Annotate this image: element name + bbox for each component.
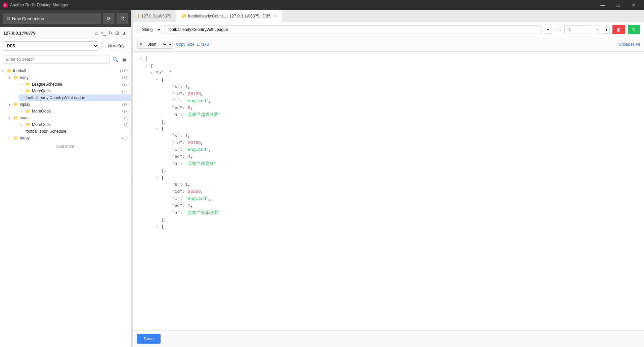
json-line-1: ▾ [ — [140, 56, 637, 63]
search-row: 🔍 ▣ — [0, 53, 131, 66]
json-line-10: }, — [140, 119, 637, 126]
tree-row-leagueschedule[interactable]: › 📁 LeagueSchedule (23) — [19, 81, 131, 88]
tree-item-moreodds-soon: › 📁 MoreOdds (2) — [7, 121, 131, 128]
json-line-21: "l": "england", — [140, 196, 637, 203]
titlebar: R Another Redis Desktop Manager — □ ✕ — [0, 0, 644, 10]
tree-label-early: early — [20, 75, 120, 80]
maximize-button[interactable]: □ — [610, 0, 626, 10]
json-line-12: "s": 1, — [140, 133, 637, 140]
tree-item-soon-schedule: football:soon:Schedule — [7, 128, 131, 135]
tree-row-moreodds-inplay[interactable]: › 📁 MoreOdds (17) — [19, 108, 131, 115]
tree-count-football: (119) — [120, 69, 129, 73]
folder-inplay-icon: 📁 — [13, 102, 18, 107]
chevron-football: ▾ — [2, 69, 7, 73]
content-area: ℹ 127.0.0.1@6379 🔑 football:early:Count.… — [133, 10, 644, 347]
json-toggle-18[interactable]: ▾ — [156, 175, 161, 181]
tree-row-inplay[interactable]: ▾ 📁 inplay (17) — [7, 101, 131, 108]
collapse-button[interactable]: ▲ — [121, 30, 127, 36]
minimize-button[interactable]: — — [595, 0, 610, 10]
close-button[interactable]: ✕ — [626, 0, 641, 10]
format-selector[interactable]: Json — [144, 40, 167, 48]
connection-info: 127.0.0.1@6379 ⌂ >_ ↻ ⊞ ▲ — [0, 27, 131, 39]
json-toggle-11[interactable]: ▾ — [156, 126, 161, 132]
reload-button[interactable]: ↻ — [108, 30, 113, 36]
ttl-input[interactable] — [564, 25, 591, 34]
type-selector[interactable]: String — [137, 25, 162, 34]
json-toggle-2[interactable]: ▾ — [145, 63, 151, 69]
tree-label-moreodds-early: MoreOdds — [32, 89, 120, 93]
editor-area: String ▾ TTL ✕ ▾ 🗑 ↻ ≡ Json ▾ — [133, 22, 644, 347]
json-toggle-3[interactable]: ▾ — [151, 70, 156, 76]
json-toggle-25[interactable]: ▾ — [156, 223, 161, 229]
filter-button[interactable]: ▣ — [121, 55, 128, 63]
chevron-inplay: ▾ — [9, 103, 13, 106]
tree-row-country-key[interactable]: football:early:CountryWithLeague — [19, 94, 131, 101]
key-dropdown-button[interactable]: ▾ — [545, 26, 552, 34]
tab-key[interactable]: 🔑 football:early:Count... | 127.0.0.1@63… — [176, 10, 282, 22]
folder-moreodds-inplay-icon: 📁 — [26, 109, 31, 114]
terminal-button[interactable]: >_ — [100, 30, 106, 36]
refresh-value-button[interactable]: ↻ — [628, 25, 640, 34]
ttl-expand-button[interactable]: ▾ — [604, 26, 610, 34]
tab-connection[interactable]: ℹ 127.0.0.1@6379 — [133, 10, 176, 22]
sidebar: New Connection ⟳ ⏱ 127.0.0.1@6379 ⌂ >_ ↻… — [0, 10, 131, 347]
tab-connection-label: 127.0.0.1@6379 — [141, 14, 171, 18]
folder-soon-icon: 📁 — [13, 116, 18, 120]
delete-button[interactable]: 🗑 — [612, 25, 625, 34]
json-line-14: "l": "england", — [140, 146, 637, 154]
copy-size-link[interactable]: Copy Size: 1.71kB — [176, 42, 209, 47]
connection-name: 127.0.0.1@6379 — [3, 31, 36, 36]
folder-leagueschedule-icon: 📁 — [26, 82, 31, 87]
json-toggle-4[interactable]: ▾ — [156, 77, 161, 83]
json-line-4: ▾ { — [140, 77, 637, 84]
folder-moreodds-early-icon: 📁 — [26, 89, 31, 93]
chevron-moreodds-inplay: › — [21, 110, 26, 113]
json-line-19: "s": 1, — [140, 181, 637, 188]
json-line-15: "ec": 4, — [140, 154, 637, 161]
tree-label-country-key: football:early:CountryWithLeague — [26, 95, 129, 100]
tree-item-soon: ▾ 📁 soon (3) › 📁 MoreOdds (2) — [0, 115, 131, 135]
key-input[interactable] — [165, 25, 542, 34]
folder-today-icon: 📁 — [13, 136, 18, 140]
json-line-16: "n": "英格兰联赛杯" — [140, 161, 637, 168]
json-toggle-1[interactable]: ▾ — [140, 56, 145, 62]
load-more[interactable]: load more — [0, 141, 131, 151]
tree-row-football[interactable]: ▾ 📁 football (119) — [0, 68, 131, 74]
tree-row-today[interactable]: › 📁 today (53) — [7, 135, 131, 141]
tree-label-football: football — [13, 69, 118, 73]
chevron-early: ▾ — [9, 76, 13, 80]
json-toggle-5 — [167, 84, 172, 84]
connection-status-icon — [7, 17, 10, 20]
save-button[interactable]: Save — [137, 334, 161, 344]
search-input[interactable] — [3, 55, 110, 64]
tree-row-early[interactable]: ▾ 📁 early (46) — [7, 74, 131, 81]
tree-count-leagueschedule: (23) — [122, 82, 129, 86]
tree-row-soon[interactable]: ▾ 📁 soon (3) — [7, 115, 131, 121]
json-line-25: ▾ { — [140, 223, 637, 230]
tree-row-soon-schedule[interactable]: football:soon:Schedule — [19, 128, 131, 135]
settings-button[interactable]: ⏱ — [117, 13, 128, 24]
home-button[interactable]: ⌂ — [94, 30, 98, 36]
tree-count-moreodds-inplay: (17) — [122, 109, 129, 113]
ttl-clear-button[interactable]: ✕ — [594, 26, 601, 34]
search-button[interactable]: 🔍 — [111, 55, 120, 63]
json-line-23: "n": "英格兰冠军联赛" — [140, 210, 637, 217]
chevron-today: › — [9, 136, 13, 140]
grid-view-button[interactable]: ⊞ — [115, 30, 120, 36]
collapse-all-button[interactable]: Collapse All — [619, 42, 640, 47]
tab-key-icon: 🔑 — [181, 14, 186, 18]
json-line-18: ▾ { — [140, 175, 637, 182]
tree-row-moreodds-early[interactable]: › 📁 MoreOdds (22) — [19, 88, 131, 94]
json-line-11: ▾ { — [140, 126, 637, 133]
refresh-connections-button[interactable]: ⟳ — [103, 13, 115, 24]
new-key-button[interactable]: + New Key — [101, 42, 128, 50]
tree-item-moreodds-inplay: › 📁 MoreOdds (17) — [7, 108, 131, 115]
json-line-20: "id": 26326, — [140, 188, 637, 196]
tree-count-inplay: (17) — [122, 102, 129, 106]
new-connection-button[interactable]: New Connection — [3, 13, 101, 24]
tab-close-button[interactable]: ✕ — [274, 14, 277, 18]
tree-row-moreodds-soon[interactable]: › 📁 MoreOdds (2) — [19, 121, 131, 128]
format-dropdown-button[interactable]: ▾ — [167, 41, 173, 48]
db-selector[interactable]: DB5 — [3, 41, 98, 51]
tree-item-football: ▾ 📁 football (119) ▾ 📁 early (46) — [0, 68, 131, 141]
